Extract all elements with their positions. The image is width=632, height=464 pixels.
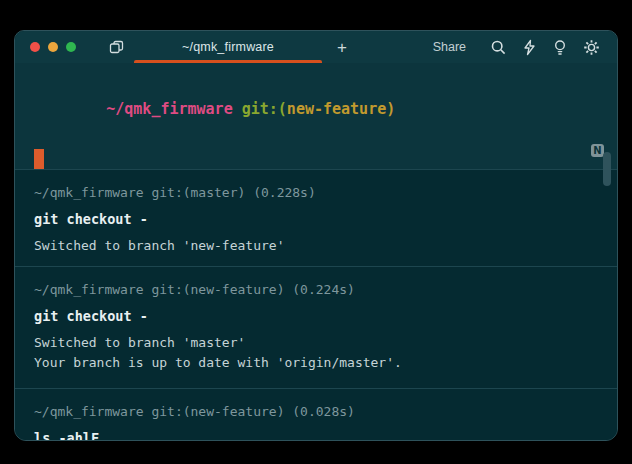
close-window-button[interactable] [30,42,40,52]
block-output-line: Switched to branch 'new-feature' [34,236,599,256]
tab-qmk-firmware[interactable]: ~/qmk_firmware [134,31,322,63]
current-prompt-block[interactable]: ~/qmk_firmwaregit:(new-feature) N [15,63,617,169]
prompt-line: ~/qmk_firmwaregit:(new-feature) [34,79,599,139]
block-command: ls -ahlF [34,428,599,441]
terminal-content[interactable]: ~/qmk_firmwaregit:(new-feature) N ~/qmk_… [15,63,617,441]
share-button[interactable]: Share [433,40,466,54]
pages-icon[interactable] [108,39,125,55]
maximize-window-button[interactable] [66,42,76,52]
new-tab-button[interactable]: + [337,39,347,56]
window-header: ~/qmk_firmware + Share [15,31,617,63]
prompt-path: ~/qmk_firmware [106,100,232,118]
traffic-lights [30,42,76,52]
terminal-cursor[interactable] [34,149,44,169]
command-block[interactable]: ~/qmk_firmware git:(master) (0.228s) git… [15,169,617,266]
block-context: ~/qmk_firmware git:(master) (0.228s) [34,183,599,203]
terminal-window: ~/qmk_firmware + Share [14,30,618,441]
block-context: ~/qmk_firmware git:(new-feature) (0.224s… [34,280,599,300]
lightbulb-icon[interactable] [552,39,568,56]
tab-title: ~/qmk_firmware [182,40,274,54]
lightning-icon[interactable] [522,39,537,56]
prompt-git-prefix: git:( [242,100,287,118]
scrollbar-thumb[interactable] [603,152,611,186]
prompt-git-suffix: ) [386,100,395,118]
command-block[interactable]: ~/qmk_firmware git:(new-feature) (0.224s… [15,266,617,388]
block-context: ~/qmk_firmware git:(new-feature) (0.028s… [34,402,599,422]
header-icons [490,39,600,56]
prompt-git-branch: new-feature [287,100,386,118]
search-icon[interactable] [490,39,507,56]
minimize-window-button[interactable] [48,42,58,52]
block-output-line: Your branch is up to date with 'origin/m… [34,353,599,373]
block-command: git checkout - [34,209,599,229]
gear-icon[interactable] [583,39,600,56]
block-command: git checkout - [34,306,599,326]
block-output-line: Switched to branch 'master' [34,333,599,353]
command-block[interactable]: ~/qmk_firmware git:(new-feature) (0.028s… [15,388,617,441]
